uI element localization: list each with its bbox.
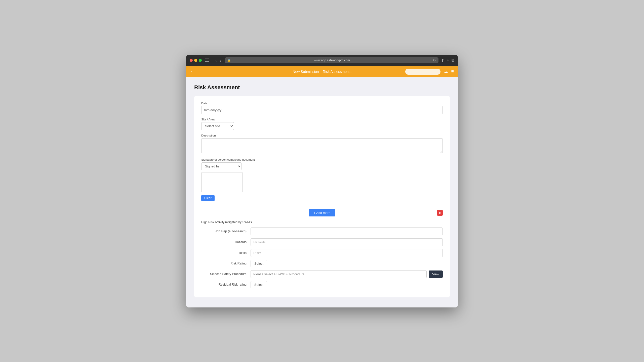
signature-label: Signature of person completing document xyxy=(201,158,443,161)
risk-rating-row: Risk Rating Select xyxy=(201,260,443,267)
residual-risk-label: Residual Risk rating xyxy=(201,283,247,286)
browser-chrome: ‹ › 🔒 www.app.safeworkpro.com ↻ ⬆ + ⧉ xyxy=(186,55,458,66)
url-text: www.app.safeworkpro.com xyxy=(232,59,431,62)
risks-label: Risks xyxy=(201,251,247,255)
date-input[interactable] xyxy=(201,106,443,114)
safety-procedure-row: Select a Safety Procedure View xyxy=(201,270,443,278)
page-title: Risk Assessment xyxy=(194,84,450,91)
risk-rating-select[interactable]: Select xyxy=(251,260,267,267)
site-select[interactable]: Select site xyxy=(201,122,234,130)
header-title: New Submission – Risk Assessments xyxy=(293,70,351,74)
reload-button[interactable]: ↻ xyxy=(433,58,436,62)
minimize-traffic-light[interactable] xyxy=(194,59,197,62)
site-label: Site / Area xyxy=(201,118,443,121)
app-header: ← New Submission – Risk Assessments ☁ ≡ xyxy=(186,66,458,77)
browser-window: ‹ › 🔒 www.app.safeworkpro.com ↻ ⬆ + ⧉ ← … xyxy=(186,55,458,307)
browser-actions: ⬆ + ⧉ xyxy=(441,58,454,63)
clear-signature-button[interactable]: Clear xyxy=(201,195,215,201)
sidebar-toggle-button[interactable] xyxy=(204,57,210,64)
residual-risk-select[interactable]: Select xyxy=(251,281,267,288)
search-input[interactable] xyxy=(405,69,440,75)
risk-rating-label: Risk Rating xyxy=(201,262,247,265)
safety-procedure-input-group: View xyxy=(251,270,443,278)
job-step-row: Job step (auto-search) xyxy=(201,228,443,235)
description-textarea[interactable] xyxy=(201,138,443,153)
date-field-group: Date xyxy=(201,102,443,114)
signature-canvas[interactable] xyxy=(201,172,243,192)
hazards-label: Hazards xyxy=(201,240,247,244)
safety-procedure-input[interactable] xyxy=(251,270,427,278)
add-more-button[interactable]: + Add more xyxy=(309,209,336,216)
address-bar[interactable]: 🔒 www.app.safeworkpro.com ↻ xyxy=(225,57,438,63)
cloud-icon-button[interactable]: ☁ xyxy=(444,69,448,74)
svg-rect-0 xyxy=(205,59,209,59)
lock-icon: 🔒 xyxy=(227,59,231,62)
view-button[interactable]: View xyxy=(429,270,443,278)
header-right: ☁ ≡ xyxy=(405,69,454,75)
delete-button[interactable]: x xyxy=(437,210,443,216)
forward-button[interactable]: › xyxy=(219,58,222,63)
menu-icon-button[interactable]: ≡ xyxy=(451,69,454,74)
hazards-input[interactable] xyxy=(251,238,443,246)
site-field-group: Site / Area Select site xyxy=(201,118,443,130)
new-tab-button[interactable]: + xyxy=(447,58,449,63)
main-content: Risk Assessment Date Site / Area Select … xyxy=(186,77,458,307)
form-actions-row: + Add more x xyxy=(201,205,443,220)
safety-procedure-label: Select a Safety Procedure xyxy=(201,272,247,276)
share-button[interactable]: ⬆ xyxy=(441,58,444,63)
close-traffic-light[interactable] xyxy=(190,59,193,62)
description-label: Description xyxy=(201,134,443,137)
risks-row: Risks xyxy=(201,249,443,257)
back-button[interactable]: ‹ xyxy=(214,58,218,63)
svg-rect-1 xyxy=(205,60,209,60)
tabs-button[interactable]: ⧉ xyxy=(452,58,454,63)
date-label: Date xyxy=(201,102,443,105)
traffic-lights xyxy=(190,59,202,62)
svg-rect-2 xyxy=(205,61,209,62)
signed-by-select[interactable]: Signed by xyxy=(201,162,242,170)
job-step-label: Job step (auto-search) xyxy=(201,230,247,233)
risks-input[interactable] xyxy=(251,249,443,257)
job-step-input[interactable] xyxy=(251,228,443,235)
browser-nav-controls: ‹ › xyxy=(214,58,222,63)
fullscreen-traffic-light[interactable] xyxy=(199,59,202,62)
high-risk-label: High Risk Activity mitigated by SWMS xyxy=(201,220,443,224)
hazards-row: Hazards xyxy=(201,238,443,246)
high-risk-section: High Risk Activity mitigated by SWMS Job… xyxy=(201,220,443,288)
description-field-group: Description xyxy=(201,134,443,154)
residual-risk-row: Residual Risk rating Select xyxy=(201,281,443,288)
signature-section: Signature of person completing document … xyxy=(201,158,443,201)
app-back-button[interactable]: ← xyxy=(190,68,197,75)
form-card: Date Site / Area Select site Description… xyxy=(194,96,450,297)
